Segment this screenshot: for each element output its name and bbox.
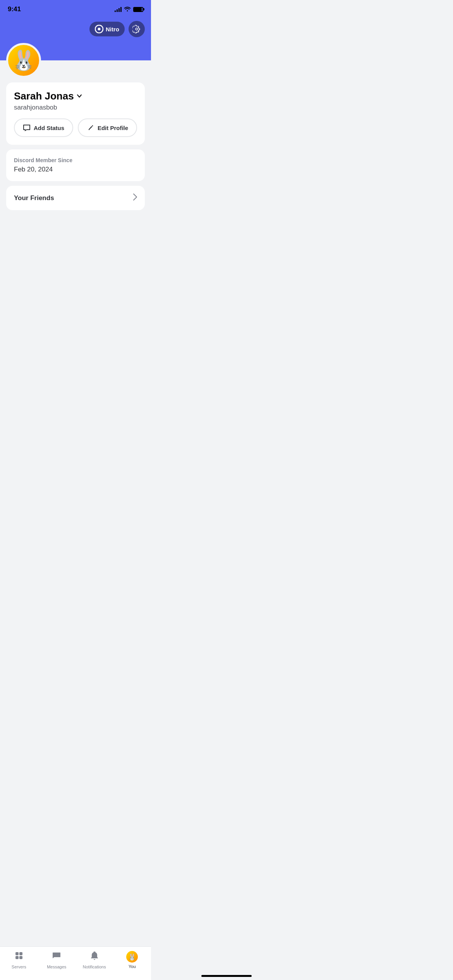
chat-bubble-icon <box>23 124 31 132</box>
avatar-area: 🐰 <box>0 43 151 78</box>
wifi-icon <box>124 6 131 13</box>
profile-display-name: Sarah Jonas <box>14 90 74 102</box>
member-since-date: Feb 20, 2024 <box>14 166 137 173</box>
add-status-label: Add Status <box>34 125 64 131</box>
signal-bar-2 <box>117 9 118 12</box>
friends-label: Your Friends <box>14 194 54 202</box>
chevron-down-icon[interactable] <box>76 93 82 101</box>
signal-bar-1 <box>115 10 116 12</box>
friends-card[interactable]: Your Friends <box>6 186 145 210</box>
signal-bars-icon <box>115 7 122 12</box>
svg-point-1 <box>98 28 101 31</box>
profile-actions: Add Status Edit Profile <box>14 118 137 137</box>
profile-username: sarahjonasbob <box>14 104 137 111</box>
nitro-icon <box>95 25 103 33</box>
nitro-label: Nitro <box>106 26 119 33</box>
signal-bar-4 <box>120 7 122 12</box>
nitro-button[interactable]: Nitro <box>89 22 125 36</box>
settings-button[interactable] <box>129 21 145 37</box>
status-icons <box>115 6 143 13</box>
member-since-card: Discord Member Since Feb 20, 2024 <box>6 149 145 181</box>
signal-bar-3 <box>118 8 120 12</box>
chevron-right-icon <box>133 194 137 202</box>
avatar: 🐰 <box>6 43 41 78</box>
battery-icon <box>133 7 143 12</box>
profile-card: Sarah Jonas sarahjonasbob Add Status Edi… <box>6 82 145 145</box>
add-status-button[interactable]: Add Status <box>14 118 73 137</box>
edit-profile-label: Edit Profile <box>98 125 128 131</box>
battery-fill <box>134 8 142 11</box>
edit-profile-button[interactable]: Edit Profile <box>78 118 137 137</box>
avatar-emoji: 🐰 <box>12 49 36 72</box>
member-since-label: Discord Member Since <box>14 157 137 163</box>
status-bar: 9:41 <box>0 0 151 16</box>
gear-icon <box>132 25 141 33</box>
status-time: 9:41 <box>8 5 21 13</box>
pencil-icon <box>87 124 94 132</box>
profile-name-row: Sarah Jonas <box>14 90 137 102</box>
